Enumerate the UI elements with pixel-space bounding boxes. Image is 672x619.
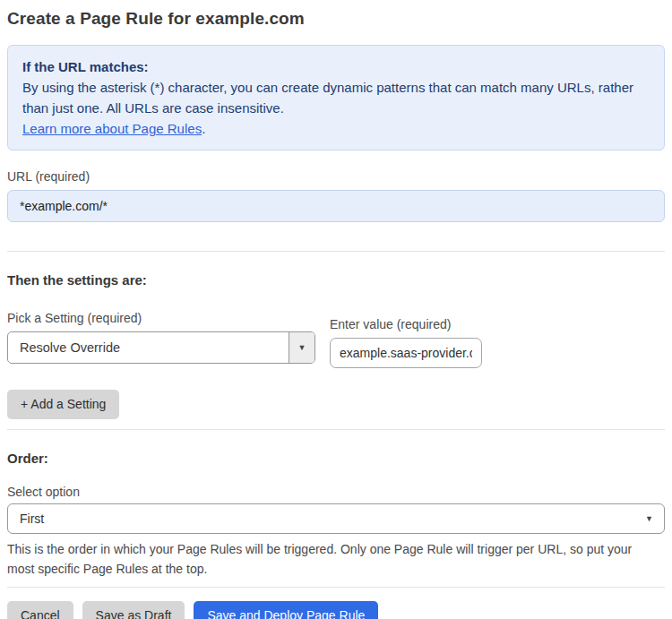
divider (7, 429, 665, 430)
settings-row: Pick a Setting (required) Resolve Overri… (7, 311, 665, 368)
enter-value-column: Enter value (required) (330, 311, 482, 368)
setting-value-input[interactable] (330, 338, 482, 368)
url-match-info-box: If the URL matches: By using the asteris… (7, 45, 665, 150)
pick-setting-label: Pick a Setting (required) (7, 311, 315, 325)
pick-setting-select[interactable]: Resolve Override ▼ (7, 331, 315, 364)
chevron-down-icon[interactable]: ▼ (289, 332, 314, 363)
save-as-draft-button[interactable]: Save as Draft (82, 601, 185, 619)
settings-section-heading: Then the settings are: (7, 272, 665, 288)
divider (7, 251, 665, 252)
order-select[interactable]: First ▼ (7, 503, 665, 534)
save-and-deploy-button[interactable]: Save and Deploy Page Rule (194, 601, 378, 619)
info-box-body: By using the asterisk (*) character, you… (22, 77, 650, 118)
enter-value-label: Enter value (required) (330, 317, 482, 331)
chevron-down-icon: ▼ (645, 514, 664, 523)
learn-more-link[interactable]: Learn more about Page Rules (22, 121, 202, 136)
page-title: Create a Page Rule for example.com (7, 9, 665, 29)
info-box-link-line: Learn more about Page Rules. (22, 118, 650, 139)
divider (7, 587, 665, 588)
pick-setting-column: Pick a Setting (required) Resolve Overri… (7, 311, 315, 364)
order-select-label: Select option (7, 485, 665, 499)
order-section-heading: Order: (7, 451, 665, 466)
url-field-label: URL (required) (7, 169, 665, 184)
pick-setting-selected-value: Resolve Override (8, 332, 289, 363)
add-setting-button[interactable]: + Add a Setting (7, 390, 119, 419)
url-input[interactable] (7, 190, 665, 222)
cancel-button[interactable]: Cancel (7, 601, 73, 619)
footer-actions: Cancel Save as Draft Save and Deploy Pag… (7, 601, 665, 619)
info-box-heading: If the URL matches: (22, 56, 650, 77)
link-period: . (202, 121, 205, 136)
order-help-text: This is the order in which your Page Rul… (7, 539, 652, 579)
order-selected-value: First (8, 512, 645, 526)
